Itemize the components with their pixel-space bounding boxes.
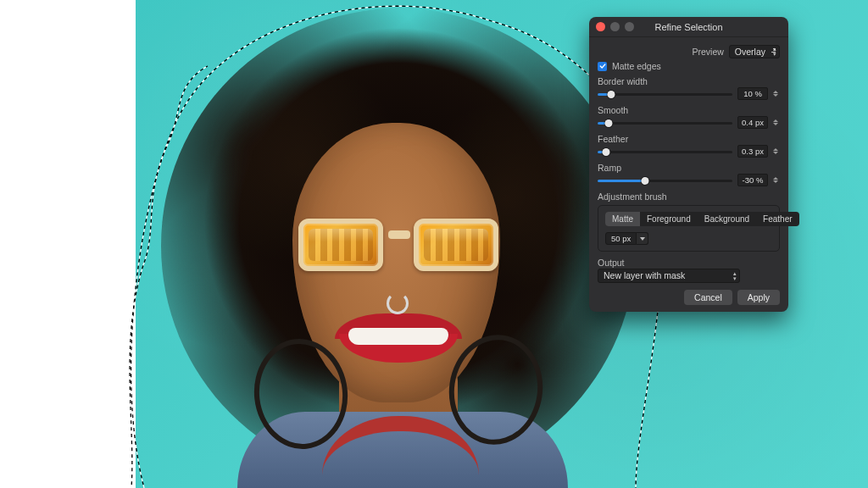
output-select[interactable]: New layer with mask ▴▾ <box>598 269 740 283</box>
output-value: New layer with mask <box>604 270 685 280</box>
border-width-label: Border width <box>598 76 780 86</box>
feather-value[interactable]: 0.3 px <box>737 145 768 158</box>
subject-mouth <box>335 313 462 363</box>
output-label: Output <box>598 258 780 268</box>
border-width-slider[interactable] <box>598 89 732 99</box>
brush-size-field[interactable]: 50 px <box>605 232 637 245</box>
adjustment-brush-label: Adjustment brush <box>598 191 780 202</box>
feather-stepper[interactable] <box>773 145 780 158</box>
matte-edges-checkbox[interactable] <box>598 62 607 71</box>
preview-select[interactable]: Overlay ▴▾ <box>729 45 780 58</box>
smooth-label: Smooth <box>598 105 780 115</box>
window-minimize-icon[interactable] <box>610 22 620 31</box>
brush-tab-feather[interactable]: Feather <box>756 212 798 226</box>
dialog-titlebar[interactable]: Refine Selection <box>589 17 788 37</box>
ramp-value[interactable]: -30 % <box>737 174 768 186</box>
sunglasses <box>297 212 500 280</box>
smooth-value[interactable]: 0.4 px <box>737 116 768 129</box>
window-close-icon[interactable] <box>596 22 605 31</box>
brush-size-dropdown[interactable] <box>637 232 648 245</box>
border-width-stepper[interactable] <box>773 87 780 100</box>
brush-tab-background[interactable]: Background <box>698 212 756 226</box>
feather-slider[interactable] <box>598 147 732 157</box>
dialog-title: Refine Selection <box>654 22 722 32</box>
refine-selection-dialog: Refine Selection Preview Overlay ▴▾ Matt… <box>589 17 788 312</box>
apply-button[interactable]: Apply <box>737 290 780 305</box>
ramp-slider[interactable] <box>598 175 732 186</box>
window-zoom-icon[interactable] <box>625 22 634 31</box>
border-width-value[interactable]: 10 % <box>737 87 768 100</box>
adjustment-brush-box: Matte Foreground Background Feather 50 p… <box>598 205 780 252</box>
brush-mode-segment: Matte Foreground Background Feather <box>605 212 799 226</box>
ramp-label: Ramp <box>598 163 780 173</box>
nose-ring <box>387 292 409 314</box>
cancel-button[interactable]: Cancel <box>684 290 732 305</box>
feather-label: Feather <box>598 134 780 144</box>
brush-tab-foreground[interactable]: Foreground <box>640 212 698 226</box>
preview-label: Preview <box>692 47 723 57</box>
matte-edges-label: Matte edges <box>612 61 661 71</box>
brush-tab-matte[interactable]: Matte <box>605 212 640 226</box>
ramp-stepper[interactable] <box>773 174 780 186</box>
smooth-stepper[interactable] <box>773 116 780 129</box>
preview-value: Overlay <box>735 47 765 57</box>
smooth-slider[interactable] <box>598 118 732 128</box>
